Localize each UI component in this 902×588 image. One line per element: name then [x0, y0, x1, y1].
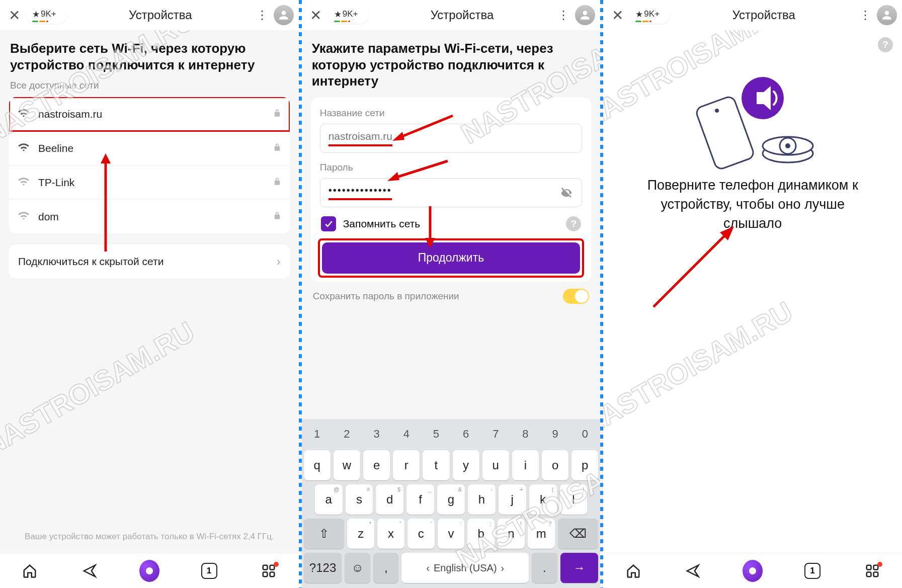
key-e[interactable]: e [363, 450, 390, 480]
wifi-name: Beeline [38, 142, 265, 154]
key-2[interactable]: 2 [334, 422, 360, 446]
hidden-network-row[interactable]: Подключиться к скрытой сети › [9, 244, 290, 279]
footnote: Ваше устройство может работать только в … [0, 531, 299, 543]
tabs-icon[interactable]: 1 [802, 561, 823, 581]
key-period[interactable]: . [532, 553, 557, 583]
key-5[interactable]: 5 [423, 422, 449, 446]
avatar[interactable] [877, 5, 897, 25]
wifi-icon [17, 106, 30, 122]
alice-icon[interactable] [743, 561, 763, 581]
avatar[interactable] [575, 5, 595, 25]
key-enter[interactable]: → [560, 553, 599, 583]
key-b[interactable]: b; [467, 519, 495, 549]
key-t[interactable]: t [423, 450, 449, 480]
password-value: •••••••••••••• [329, 185, 392, 200]
key-3[interactable]: 3 [363, 422, 390, 446]
kebab-menu-icon[interactable]: ⋮ [858, 8, 873, 22]
kebab-menu-icon[interactable]: ⋮ [255, 8, 270, 22]
key-p[interactable]: p [571, 450, 598, 480]
key-emoji[interactable]: ☺ [345, 553, 370, 583]
key-4[interactable]: 4 [393, 422, 420, 446]
key-v[interactable]: v: [438, 519, 465, 549]
key-⇧[interactable]: ⇧ [304, 519, 345, 549]
key-comma[interactable]: , [373, 553, 399, 583]
key-x[interactable]: x" [377, 519, 404, 549]
key-9[interactable]: 9 [542, 422, 568, 446]
apps-icon[interactable] [862, 561, 882, 581]
tabs-icon[interactable]: 1 [199, 561, 219, 581]
rating-chip[interactable]: ★9K+ [27, 7, 66, 24]
save-password-toggle[interactable] [563, 289, 589, 304]
form-card: Название сети nastroisam.ru Пароль •••••… [311, 98, 592, 282]
key-d[interactable]: d$ [376, 484, 403, 515]
heading: Укажите параметры Wi-Fi-сети, через кото… [311, 30, 592, 95]
key-c[interactable]: c' [407, 519, 435, 549]
password-label: Пароль [320, 162, 583, 173]
lock-icon [273, 108, 282, 120]
network-name-input[interactable]: nastroisam.ru [320, 124, 583, 153]
svg-rect-21 [866, 565, 871, 569]
close-icon[interactable]: ✕ [5, 7, 23, 24]
key-7[interactable]: 7 [482, 422, 509, 446]
key-q[interactable]: q [304, 450, 331, 480]
key-1[interactable]: 1 [304, 422, 331, 446]
topbar: ✕ ★9K+ Устройства ⋮ [0, 0, 299, 30]
eye-off-icon[interactable] [559, 186, 573, 200]
key-r[interactable]: r [393, 450, 420, 480]
wifi-row[interactable]: Beeline [9, 131, 290, 165]
key-h[interactable]: h- [468, 484, 496, 515]
key-symbols[interactable]: ?123 [304, 553, 342, 583]
home-icon[interactable] [623, 561, 643, 581]
key-m[interactable]: m? [528, 519, 555, 549]
apps-icon[interactable] [259, 561, 279, 581]
key-s[interactable]: s# [346, 484, 373, 515]
key-8[interactable]: 8 [512, 422, 539, 446]
key-space[interactable]: ‹ English (USA) › [401, 553, 529, 583]
password-input[interactable]: •••••••••••••• [320, 178, 583, 207]
send-icon[interactable] [683, 561, 703, 581]
page-title: Устройства [372, 8, 552, 22]
wifi-name: dom [38, 211, 265, 223]
close-icon[interactable]: ✕ [307, 7, 325, 24]
name-label: Название сети [320, 108, 583, 119]
chevron-right-icon: › [277, 255, 281, 269]
key-z[interactable]: z* [347, 519, 374, 549]
home-icon[interactable] [20, 561, 40, 581]
svg-rect-22 [873, 565, 878, 569]
content: Укажите параметры Wi-Fi-сети, через кото… [302, 30, 601, 419]
avatar[interactable] [274, 5, 294, 25]
annotation-arrow [648, 221, 739, 312]
wifi-row[interactable]: nastroisam.ru [9, 97, 290, 131]
key-0[interactable]: 0 [571, 422, 598, 446]
svg-rect-2 [263, 565, 268, 569]
content: ? Поверните телефон динамиком к устройст… [603, 30, 902, 553]
wifi-name: nastroisam.ru [38, 108, 265, 120]
alice-icon[interactable] [139, 561, 159, 581]
key-⌫[interactable]: ⌫ [558, 519, 599, 549]
key-a[interactable]: a@ [315, 484, 343, 515]
key-w[interactable]: w [334, 450, 360, 480]
send-icon[interactable] [79, 561, 100, 581]
key-u[interactable]: u [482, 450, 509, 480]
continue-button[interactable]: Продолжить [322, 242, 581, 274]
key-n[interactable]: n! [498, 519, 525, 549]
key-k[interactable]: k( [529, 484, 557, 515]
help-icon[interactable]: ? [566, 216, 581, 231]
key-i[interactable]: i [512, 450, 539, 480]
close-icon[interactable]: ✕ [608, 7, 626, 24]
key-g[interactable]: g& [437, 484, 465, 515]
key-l[interactable]: l) [560, 484, 588, 515]
key-6[interactable]: 6 [453, 422, 479, 446]
kebab-menu-icon[interactable]: ⋮ [556, 8, 571, 22]
rating-chip[interactable]: ★9K+ [630, 7, 670, 24]
key-f[interactable]: f_ [406, 484, 434, 515]
wifi-row[interactable]: TP-Link [9, 165, 290, 200]
watermark: NASTROISAM.RU [0, 315, 200, 462]
key-j[interactable]: j+ [499, 484, 526, 515]
key-y[interactable]: y [453, 450, 479, 480]
wifi-row[interactable]: dom [9, 200, 290, 233]
help-icon[interactable]: ? [878, 37, 893, 52]
remember-checkbox[interactable] [321, 216, 336, 231]
key-o[interactable]: o [542, 450, 568, 480]
rating-chip[interactable]: ★9K+ [329, 7, 368, 24]
